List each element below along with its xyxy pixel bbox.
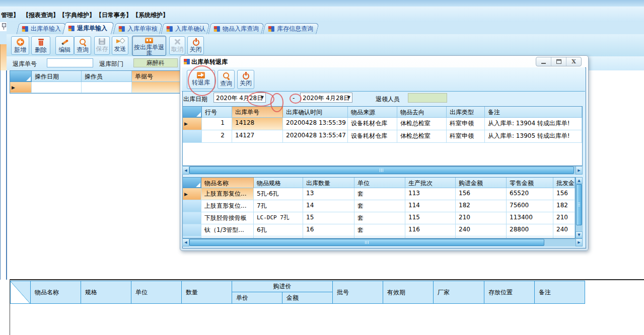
table-cell[interactable]: 28800	[507, 224, 553, 236]
scroll-left-icon[interactable]: ◀	[182, 166, 189, 175]
row-selector[interactable]	[10, 82, 32, 93]
add-button[interactable]: 新增	[11, 36, 29, 55]
maximize-button[interactable]	[551, 57, 566, 66]
menu-item-daily[interactable]: 【日常事务】	[96, 11, 132, 20]
table-cell[interactable]: 14128	[232, 118, 283, 130]
table-cell[interactable]: 设备耗材仓库	[348, 130, 397, 143]
menu-item-system[interactable]: 【系统维护】	[132, 11, 169, 20]
table-cell[interactable]: 13	[303, 188, 354, 200]
row-selector[interactable]	[183, 224, 201, 236]
scroll-up-icon[interactable]: ▲	[576, 177, 583, 184]
table-corner-cell[interactable]	[10, 281, 31, 304]
scrollbar-thumb[interactable]	[189, 166, 574, 174]
table-cell[interactable]: 7孔	[254, 200, 303, 212]
query-button[interactable]: 查询	[74, 36, 91, 55]
row-selector[interactable]	[183, 130, 202, 143]
table-cell[interactable]: 1	[202, 118, 232, 130]
menu-item-dictionary[interactable]: 【字典维护】	[59, 11, 95, 20]
table-cell[interactable]: 65520	[507, 188, 553, 200]
table-cell[interactable]: 20200428 13:55:47	[283, 130, 348, 143]
send-button[interactable]: 发送	[112, 36, 128, 55]
table-cell[interactable]: 14127	[232, 130, 283, 143]
table-corner-cell[interactable]	[183, 107, 202, 118]
edit-button[interactable]: 编辑	[55, 36, 74, 55]
table-cell[interactable]: 115	[405, 212, 456, 224]
close-button[interactable]: 关闭	[187, 36, 204, 55]
scroll-down-icon[interactable]: ▼	[576, 231, 583, 238]
return-dept-field[interactable]: 麻醉科	[133, 58, 178, 67]
table-cell[interactable]: 设备耗材仓库	[348, 118, 397, 130]
menu-item-manage[interactable]: 管理】	[1, 11, 19, 20]
tab-item-inbound-query[interactable]: 物品入库查询	[208, 23, 264, 34]
table-cell[interactable]: 从入库单: 13905 转成出库单!	[485, 130, 582, 143]
table-corner-cell[interactable]	[10, 71, 32, 82]
table-cell[interactable]: 156	[553, 188, 575, 200]
table-corner-cell[interactable]	[183, 178, 201, 188]
table-cell[interactable]: 上肢直形复位...	[201, 200, 254, 212]
table-cell[interactable]: 套	[354, 224, 405, 236]
items-hscrollbar[interactable]: ◀ ▶	[182, 238, 583, 246]
table-cell[interactable]: 6孔	[254, 224, 303, 236]
chevron-down-icon[interactable]: ▼	[347, 95, 350, 100]
scroll-right-icon[interactable]: ▶	[576, 238, 583, 246]
table-cell[interactable]: 从入库单: 13904 转成出库单!	[485, 118, 582, 130]
table-cell[interactable]: 体检总检室	[397, 130, 447, 143]
dialog-query-button[interactable]: 查询	[218, 70, 235, 89]
scrollbar-thumb[interactable]	[576, 184, 582, 225]
minimize-button[interactable]	[536, 57, 551, 66]
dialog-close-button[interactable]: 关闭	[237, 70, 254, 89]
table-cell[interactable]: 210	[553, 212, 575, 224]
delete-button[interactable]: 删除	[31, 36, 50, 55]
table-cell[interactable]: 2	[202, 130, 232, 143]
row-selector[interactable]	[183, 118, 202, 130]
table-cell[interactable]: 下肢胫骨接骨板	[201, 212, 254, 224]
table-cell[interactable]: 16	[303, 224, 354, 236]
date-to-picker[interactable]: 2020年 4月28日▼	[300, 93, 352, 103]
row-selector[interactable]	[183, 200, 201, 212]
scroll-right-icon[interactable]: ▶	[576, 166, 583, 175]
table-cell[interactable]: 套	[354, 212, 405, 224]
scroll-left-icon[interactable]: ◀	[182, 238, 189, 246]
table-cell[interactable]: 113	[405, 188, 456, 200]
close-window-button[interactable]: X	[566, 57, 581, 66]
table-cell[interactable]: 156	[456, 188, 507, 200]
table-cell[interactable]: 114	[405, 200, 456, 212]
table-cell[interactable]: 体检总检室	[397, 118, 447, 130]
row-selector[interactable]	[183, 188, 201, 200]
table-cell[interactable]: 上肢直形复位...	[201, 188, 254, 200]
table-cell[interactable]: 钛（1/3管型...	[201, 224, 254, 236]
table-cell[interactable]: 5孔-6孔	[254, 188, 303, 200]
table-cell[interactable]: 113400	[507, 212, 553, 224]
table-cell[interactable]: 210	[456, 212, 507, 224]
menu-item-reports[interactable]: 【报表查询】	[23, 11, 59, 20]
table-cell[interactable]: 14	[303, 200, 354, 212]
table-cell[interactable]	[82, 82, 132, 93]
table-cell[interactable]: 科室申领	[447, 118, 485, 130]
table-cell[interactable]: 240	[456, 224, 507, 236]
tab-inbound-review[interactable]: 入库单审核	[113, 23, 162, 34]
table-cell[interactable]: LC-DCP 7孔	[254, 212, 303, 224]
table-cell[interactable]: 240	[553, 224, 575, 236]
tab-return-entry[interactable]: 退库单输入	[62, 22, 114, 34]
return-by-outbound-order-button[interactable]: 按出库单退库	[132, 36, 166, 56]
table-cell[interactable]: 科室申领	[447, 130, 485, 143]
tab-stock-info-query[interactable]: 库存信息查询	[262, 23, 319, 34]
table-cell[interactable]: 套	[354, 188, 405, 200]
auto-hide-pin-icon[interactable]	[2, 23, 6, 30]
tab-outbound-entry[interactable]: 出库单输入	[16, 23, 66, 34]
table-cell[interactable]: 116	[405, 224, 456, 236]
table-cell[interactable]: 182	[456, 200, 507, 212]
table-cell[interactable]	[132, 82, 181, 93]
orders-hscrollbar[interactable]: ◀ ▶	[182, 166, 583, 175]
return-doc-no-input[interactable]	[47, 58, 93, 67]
table-cell[interactable]	[32, 82, 82, 93]
table-cell[interactable]: 15	[303, 212, 354, 224]
table-cell[interactable]: 套	[354, 200, 405, 212]
table-cell[interactable]: 182	[553, 200, 575, 212]
scrollbar-thumb[interactable]	[189, 239, 544, 246]
row-selector[interactable]	[183, 212, 201, 224]
table-cell[interactable]: 20200428 13:55:39	[283, 118, 348, 130]
return-person-field[interactable]	[408, 93, 447, 103]
items-vscrollbar[interactable]: ▲ ▼	[576, 177, 583, 238]
tab-inbound-confirm[interactable]: 入库单确认	[161, 23, 209, 34]
